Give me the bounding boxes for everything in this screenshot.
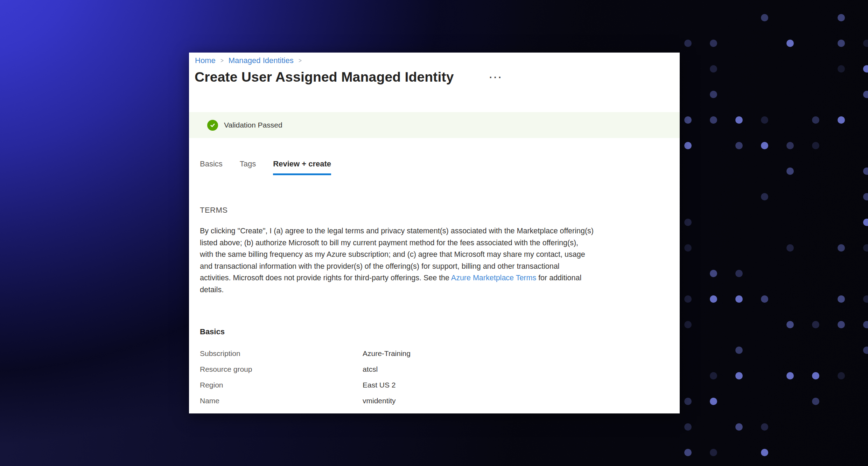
tab-bar: Basics Tags Review + create [200,159,331,175]
validation-banner: Validation Passed [189,112,680,138]
summary-label: Region [200,381,363,389]
summary-row-region: Region East US 2 [200,377,651,393]
terms-line: activities. Microsoft does not provide r… [200,272,651,284]
tab-tags[interactable]: Tags [240,159,256,175]
summary-row-subscription: Subscription Azure-Training [200,345,651,361]
terms-heading: TERMS [200,206,228,215]
azure-marketplace-terms-link[interactable]: Azure Marketplace Terms [451,274,536,282]
breadcrumb-separator-icon: > [299,55,302,66]
summary-row-resource-group: Resource group atcsl [200,361,651,377]
basics-summary-table: Subscription Azure-Training Resource gro… [200,345,651,409]
breadcrumb-link-home[interactable]: Home [195,55,216,66]
summary-row-name: Name vmidentity [200,393,651,409]
tab-review-create[interactable]: Review + create [273,159,331,175]
summary-label: Subscription [200,349,363,358]
summary-label: Resource group [200,365,363,374]
terms-line: listed above; (b) authorize Microsoft to… [200,237,651,249]
terms-paragraph: By clicking "Create", I (a) agree to the… [200,225,651,296]
terms-line-text: activities. Microsoft does not provide r… [200,274,451,282]
tab-basics[interactable]: Basics [200,159,223,175]
summary-value: vmidentity [363,397,396,405]
desktop-background: { "colors": { "accent": "#0f7bd4", "link… [0,0,868,466]
breadcrumb-separator-icon: > [220,55,224,66]
create-identity-panel: Home > Managed Identities > Create User … [189,53,680,413]
breadcrumb-link-managed-identities[interactable]: Managed Identities [229,55,294,66]
terms-line-text: for additional [536,274,581,282]
terms-line: with the same billing frequency as my Az… [200,249,651,261]
summary-label: Name [200,397,363,405]
check-circle-icon [207,120,218,131]
summary-value: atcsl [363,365,378,374]
terms-line: and transactional information with the p… [200,261,651,273]
terms-line: By clicking "Create", I (a) agree to the… [200,225,651,237]
more-options-button[interactable]: ··· [489,72,503,83]
terms-line: details. [200,284,651,296]
validation-banner-text: Validation Passed [224,121,282,129]
breadcrumb: Home > Managed Identities > [195,55,302,66]
page-title: Create User Assigned Managed Identity [195,69,454,85]
summary-value: Azure-Training [363,349,411,358]
summary-value: East US 2 [363,381,396,389]
basics-section-heading: Basics [200,327,225,336]
